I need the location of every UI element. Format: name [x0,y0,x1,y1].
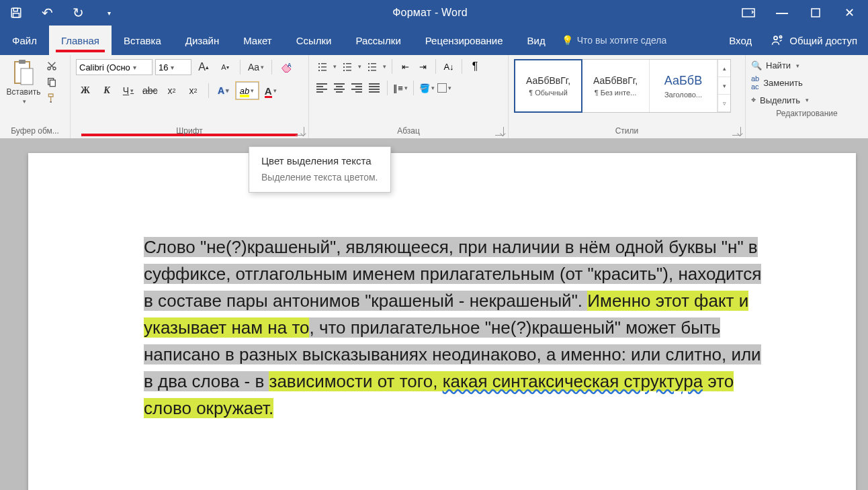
numbering-button[interactable] [339,59,354,74]
format-painter-button[interactable] [44,91,59,105]
tab-review[interactable]: Рецензирование [413,26,515,55]
cut-button[interactable] [44,59,59,72]
highlight-color-button[interactable]: ab▾ [236,82,259,99]
quick-access-toolbar: ↶ ↻ ▾ [0,0,125,26]
document-page[interactable]: Слово "не(?)крашеный", являющееся, при н… [28,153,856,490]
svg-rect-2 [13,13,19,17]
change-case-button[interactable]: Aa▾ [246,60,266,75]
shrink-font-button[interactable]: A▾ [216,60,234,75]
italic-button[interactable]: К [97,83,116,98]
dialog-launcher-icon[interactable] [495,127,504,136]
chevron-down-icon: ▾ [23,98,26,105]
bullets-button[interactable] [314,59,329,74]
tell-me-search[interactable]: 💡 Что вы хотите сдела [558,26,722,55]
group-label-font: Шрифт [71,123,308,138]
styles-gallery-scroll[interactable]: ▴▾▿ [718,60,730,112]
svg-rect-8 [19,60,26,64]
multilevel-list-button[interactable] [364,59,379,74]
cursor-icon: ⌖ [751,95,756,105]
tab-layout[interactable]: Макет [231,26,284,55]
tab-file[interactable]: Файл [0,26,49,55]
share-icon [771,34,784,47]
style-no-spacing[interactable]: АаБбВвГг, ¶ Без инте... [582,60,650,112]
tab-view[interactable]: Вид [515,26,558,55]
svg-point-6 [780,36,782,38]
document-text[interactable]: Слово "не(?)крашеный", являющееся, при н… [144,234,762,422]
svg-rect-13 [50,80,55,86]
paste-label: Вставить [7,87,41,97]
copy-button[interactable] [44,75,59,89]
underline-button[interactable]: Ч▾ [119,83,138,98]
borders-button[interactable]: ▾ [437,81,451,95]
text-effects-button[interactable]: A▾ [214,83,233,98]
text-highlighted-wavy: какая синтаксическая структура [443,371,703,391]
font-name-combo[interactable]: Calibri (Осно▾ [76,59,153,75]
tab-home[interactable]: Главная [49,26,112,55]
svg-rect-4 [812,9,820,17]
select-button[interactable]: ⌖Выделить▾ [751,95,861,105]
tooltip-body: Выделение текста цветом. [261,172,378,183]
save-icon[interactable] [8,5,24,21]
maximize-icon[interactable] [808,5,824,21]
ribbon: Вставить ▾ Буфер обм... Calibri (Осно▾ 1… [0,55,868,139]
tab-references[interactable]: Ссылки [284,26,344,55]
paste-button[interactable]: Вставить ▾ [5,59,42,123]
svg-rect-1 [13,8,17,11]
share-label: Общий доступ [789,35,857,46]
window-title: Формат - Word [125,0,735,26]
group-label-paragraph: Абзац [309,123,508,138]
tab-insert[interactable]: Вставка [112,26,173,55]
shading-button[interactable]: 🪣▾ [419,81,434,95]
tooltip-highlight-color: Цвет выделения текста Выделение текста ц… [249,146,391,193]
align-center-button[interactable] [332,81,347,95]
tab-design[interactable]: Дизайн [173,26,231,55]
dialog-launcher-icon[interactable] [296,127,304,136]
group-label-editing: Редактирование [746,105,868,121]
window-controls: — ✕ [735,0,868,26]
replace-button[interactable]: abacЗаменить [751,75,861,91]
show-marks-button[interactable]: ¶ [468,59,482,74]
style-normal[interactable]: АаБбВвГг, ¶ Обычный [514,59,582,113]
superscript-button[interactable]: x2 [184,83,203,98]
clear-formatting-button[interactable]: A [277,60,296,75]
title-bar: ↶ ↻ ▾ Формат - Word — ✕ [0,0,868,26]
group-label-styles: Стили [509,123,745,138]
share-button[interactable]: Общий доступ [760,26,868,55]
line-spacing-button[interactable]: ‖≡▾ [393,81,408,95]
svg-point-5 [774,36,777,40]
strikethrough-button[interactable]: abc [140,83,160,98]
search-icon: 🔍 [751,60,762,70]
ribbon-display-options-icon[interactable] [740,5,756,21]
increase-indent-button[interactable]: ⇥ [415,59,430,74]
tell-me-placeholder: Что вы хотите сдела [577,35,667,46]
align-left-button[interactable] [314,81,329,95]
clipboard-icon [10,59,37,86]
text-highlighted: зависимости от того, [269,371,442,391]
dialog-launcher-icon[interactable] [732,127,741,136]
document-viewport: Слово "не(?)крашеный", являющееся, при н… [0,138,868,490]
redo-icon[interactable]: ↻ [70,5,86,21]
tooltip-title: Цвет выделения текста [261,155,378,166]
minimize-icon[interactable]: — [774,5,790,21]
justify-button[interactable] [367,81,382,95]
close-icon[interactable]: ✕ [841,5,857,21]
replace-icon: abac [751,75,759,91]
subscript-button[interactable]: x2 [163,83,181,98]
login-link[interactable]: Вход [721,26,760,55]
svg-rect-9 [21,68,33,85]
sort-button[interactable]: A↓ [441,59,456,74]
font-size-combo[interactable]: 16▾ [155,59,191,75]
qat-more-icon[interactable]: ▾ [101,5,117,21]
lightbulb-icon: 💡 [562,35,573,46]
tab-mailings[interactable]: Рассылки [343,26,413,55]
font-color-button[interactable]: A▾ [261,83,280,98]
ribbon-tabs: Файл Главная Вставка Дизайн Макет Ссылки… [0,26,868,55]
style-heading1[interactable]: АаБбВ Заголово... [650,60,718,112]
align-right-button[interactable] [349,81,364,95]
grow-font-button[interactable]: A▴ [194,60,213,75]
decrease-indent-button[interactable]: ⇤ [398,59,413,74]
find-button[interactable]: 🔍Найти▾ [751,60,861,70]
group-label-clipboard: Буфер обм... [0,123,70,138]
bold-button[interactable]: Ж [76,83,95,98]
undo-icon[interactable]: ↶ [39,5,55,21]
